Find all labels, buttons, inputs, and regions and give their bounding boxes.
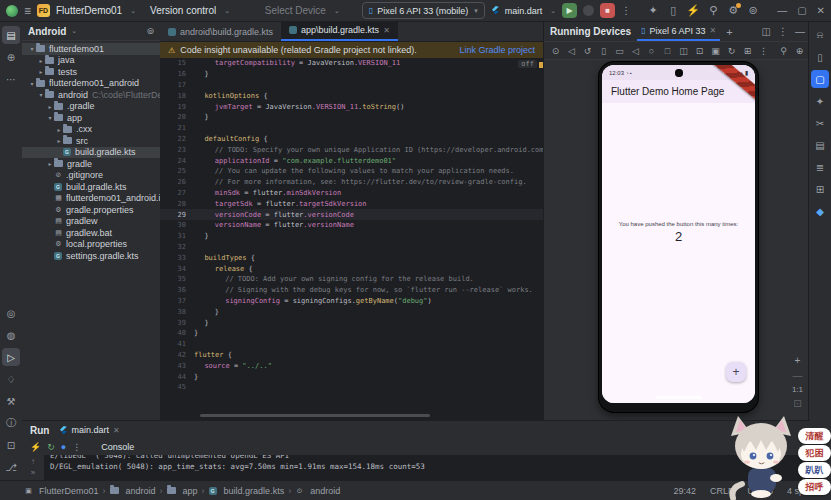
tree-item[interactable]: Gsettings.gradle.kts (22, 250, 160, 262)
status-widget[interactable]: 29:42 (673, 486, 696, 496)
chevron-icon[interactable]: ▸ (46, 160, 54, 167)
app-quality-insights-icon[interactable]: ♢ (2, 370, 20, 388)
close-icon[interactable]: ✕ (113, 426, 120, 435)
code-line[interactable]: 18kotlinOptions { (160, 90, 543, 101)
console-output[interactable]: E/libEGL ( 5048): called unimplemented O… (44, 455, 810, 481)
code-line[interactable]: 26// For more information, see: https://… (160, 177, 543, 188)
chevron-icon[interactable]: ▾ (37, 91, 45, 98)
record-icon[interactable]: ▣ (708, 46, 723, 56)
editor-tab[interactable]: app\build.gradle.kts✕ (281, 22, 398, 41)
fold-icon[interactable]: ◫ (676, 46, 691, 56)
minimize-button[interactable]: — (777, 5, 787, 16)
volume-icon[interactable]: ◁ (564, 46, 579, 56)
close-icon[interactable]: ✕ (383, 26, 390, 35)
search-icon[interactable]: ⚲ (705, 4, 721, 17)
main-menu-icon[interactable]: ≡ (24, 4, 31, 18)
pet-menu-item[interactable]: 趴趴 (798, 462, 831, 478)
home-icon[interactable]: ○ (644, 46, 659, 56)
chevron-icon[interactable]: ▸ (55, 137, 63, 144)
tree-item[interactable]: ▸gradle (22, 158, 160, 170)
zoom-ratio-label[interactable]: 1:1 (792, 385, 803, 394)
pet-menu-item[interactable]: 招呼 (798, 479, 831, 495)
more-actions-icon[interactable]: ⋮ (621, 5, 631, 16)
scissors-icon[interactable]: ✂ (811, 114, 829, 132)
code-line[interactable]: 17 (160, 80, 543, 91)
problems-icon[interactable]: ⓘ (2, 414, 20, 432)
flutter-attach-icon[interactable]: ● (61, 442, 66, 452)
code-line[interactable]: 31} (160, 231, 543, 242)
breadcrumb[interactable]: app (167, 486, 198, 496)
code-line[interactable]: 44} (160, 371, 543, 382)
running-devices-icon[interactable]: ▢ (811, 70, 829, 88)
more-icon[interactable]: ⋮ (72, 442, 81, 452)
chevron-icon[interactable]: ▾ (46, 114, 54, 121)
vcs-menu[interactable]: Version control (150, 5, 216, 16)
pet-menu-item[interactable]: 清醒 (798, 428, 831, 444)
tree-item[interactable]: ▸java (22, 55, 160, 67)
emulator-screen[interactable]: 12:03 ◔ ▪ LTE ▴ ▮ Flutter Demo Home Page… (602, 65, 755, 403)
code-line[interactable]: 42flutter { (160, 350, 543, 361)
tree-item[interactable]: ⚙gradle.properties (22, 204, 160, 216)
desktop-pet[interactable]: 清醒犯困趴趴招呼 (728, 406, 831, 500)
breadcrumb[interactable]: ▣FlutterDemo01 (24, 486, 99, 496)
tree-item[interactable]: ▾flutterdemo01_android (22, 78, 160, 90)
device-tab[interactable]: ▯ Pixel 6 API 33 ✕ (637, 22, 720, 41)
chevron-icon[interactable]: ▸ (37, 57, 45, 64)
settings-icon[interactable]: ⊞ (740, 46, 755, 56)
run-icon[interactable]: ▷ (2, 348, 20, 366)
code-line[interactable]: 33buildTypes { (160, 252, 543, 263)
console-tab[interactable]: Console (101, 442, 134, 452)
tree-item[interactable]: Gbuild.gradle.kts (22, 181, 160, 193)
run-config-selector[interactable]: main.dart (505, 6, 543, 16)
device-manager-icon[interactable]: ▯ (811, 48, 829, 66)
code-line[interactable]: 32 (160, 242, 543, 253)
breadcrumb[interactable]: Gbuild.gradle.kts (209, 486, 285, 496)
run-tab[interactable]: main.dart ✕ (59, 425, 119, 435)
tree-item[interactable]: ▦flutterdemo01_android.iml (22, 193, 160, 205)
more-icon[interactable]: ⋮ (756, 46, 771, 56)
code-line[interactable]: 39} (160, 317, 543, 328)
close-button[interactable]: ✕ (817, 5, 825, 16)
project-view-selector[interactable]: Android (28, 26, 66, 37)
chevron-icon[interactable]: ▸ (37, 68, 45, 75)
code-line[interactable]: 19jvmTarget = JavaVersion.VERSION_11.toS… (160, 101, 543, 112)
settings-icon[interactable]: ⚙ (725, 4, 741, 17)
device-manager-icon[interactable]: ▯ (665, 4, 681, 17)
maximize-button[interactable]: ▢ (797, 5, 806, 16)
chevron-icon[interactable]: ▸ (55, 126, 63, 133)
back-icon[interactable]: ◁ (628, 46, 643, 56)
pet-menu-item[interactable]: 犯困 (798, 445, 831, 461)
code-line[interactable]: 21 (160, 123, 543, 134)
more-icon[interactable]: ⋯ (2, 70, 20, 88)
device-explorer-icon[interactable]: ▤ (811, 136, 829, 154)
code-line[interactable]: 23// TODO: Specify your own unique Appli… (160, 144, 543, 155)
code-line[interactable]: 35// TODO: Add your own signing config f… (160, 274, 543, 285)
profiler-icon[interactable]: ◎ (2, 304, 20, 322)
breadcrumb[interactable]: ⊙android (295, 486, 340, 496)
code-line[interactable]: 27minSdk = flutter.minSdkVersion (160, 188, 543, 199)
build-icon[interactable]: ⚒ (2, 392, 20, 410)
version-control-icon[interactable]: ⎇ (2, 458, 20, 476)
screenshot-icon[interactable]: ⊡ (692, 46, 707, 56)
code-line[interactable]: 45 (160, 382, 543, 393)
hide-icon[interactable]: — (795, 26, 805, 37)
tree-item[interactable]: ▾app (22, 112, 160, 124)
code-line[interactable]: 40} (160, 328, 543, 339)
tree-item[interactable]: ▾androidC:\code\FlutterDemo01\flutterd (22, 89, 160, 101)
inspection-widget[interactable]: off (518, 60, 537, 68)
overview-icon[interactable]: □ (660, 46, 675, 56)
layout-icon[interactable]: ◫ (762, 26, 771, 37)
code-line[interactable]: 20} (160, 112, 543, 123)
rotate-icon[interactable]: ↺ (580, 46, 595, 56)
run-button[interactable]: ▶ (562, 3, 577, 18)
scroll-top-icon[interactable]: ↑ (31, 457, 35, 466)
code-line[interactable]: 37signingConfig = signingConfigs.getByNa… (160, 296, 543, 307)
tree-item[interactable]: ⚙local.properties (22, 239, 160, 251)
stop-button[interactable]: ■ (600, 3, 615, 18)
code-line[interactable]: 24applicationId = "com.example.flutterde… (160, 155, 543, 166)
code-line[interactable]: 28targetSdk = flutter.targetSdkVersion (160, 198, 543, 209)
landscape-icon[interactable]: ▭ (612, 46, 627, 56)
add-device-tab-icon[interactable]: + (726, 26, 732, 38)
editor-horizontal-scrollbar[interactable] (200, 414, 430, 417)
flutter-inspector-icon[interactable]: ◆ (811, 202, 829, 220)
